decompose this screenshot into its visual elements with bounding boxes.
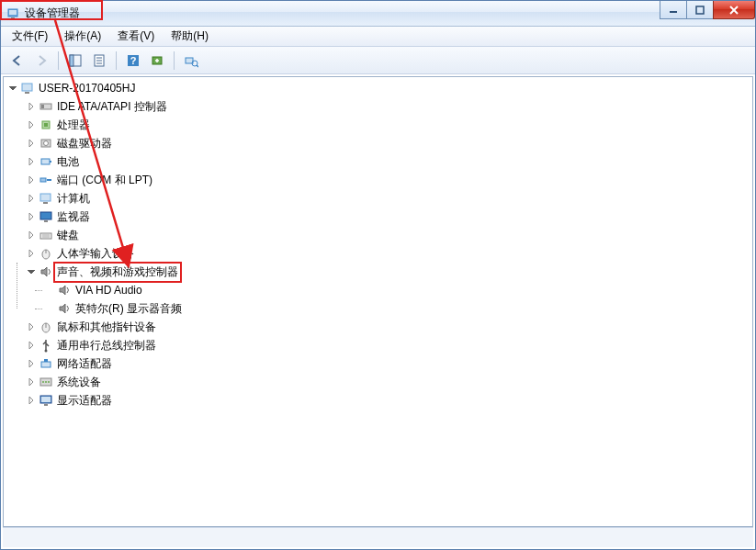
disk-icon (39, 136, 53, 151)
menu-file[interactable]: 文件(F) (5, 27, 55, 46)
mouse-icon (39, 320, 53, 334)
tree-item-label: 通用串行总线控制器 (55, 337, 158, 354)
keyboard-icon (39, 228, 53, 242)
collapse-icon[interactable] (26, 266, 37, 277)
sound-icon (57, 301, 72, 316)
tree-item[interactable]: 系统设备 (26, 373, 752, 391)
maximize-button[interactable] (686, 1, 714, 19)
tree-item[interactable]: 磁盘驱动器 (26, 134, 752, 152)
expand-icon[interactable] (26, 101, 37, 112)
device-tree: USER-20170405HJ IDE ATA/ATAPI 控制器处理器磁盘驱动… (4, 79, 752, 410)
tree-item-label: 磁盘驱动器 (55, 135, 114, 152)
status-bar (3, 527, 753, 547)
svg-rect-49 (41, 397, 51, 402)
close-button[interactable] (713, 1, 755, 19)
expand-icon[interactable] (26, 119, 37, 130)
tree-root-label: USER-20170405HJ (37, 81, 137, 95)
tree-root[interactable]: USER-20170405HJ (7, 79, 752, 97)
tree-item-label: 人体学输入设备 (55, 245, 136, 263)
collapse-icon[interactable] (7, 83, 18, 94)
tree-item[interactable]: 网络适配器 (26, 354, 752, 373)
help-button[interactable]: ? (122, 50, 144, 72)
usb-icon (39, 338, 53, 353)
tree-item-label: IDE ATA/ATAPI 控制器 (55, 98, 169, 116)
tree-item[interactable]: 计算机 (26, 189, 752, 208)
expand-icon[interactable] (26, 193, 37, 204)
title-bar: 设备管理器 (1, 1, 755, 27)
ide-icon (39, 99, 53, 114)
forward-button[interactable] (30, 50, 52, 72)
toolbar-separator (174, 51, 175, 70)
tree-item-label: 英特尔(R) 显示器音频 (73, 300, 184, 318)
expand-icon[interactable] (26, 321, 37, 332)
tree-item[interactable]: 英特尔(R) 显示器音频 (44, 299, 752, 318)
tree-item-label: VIA HD Audio (73, 283, 144, 297)
tree-item[interactable]: 端口 (COM 和 LPT) (26, 171, 752, 189)
tree-item-label: 显示适配器 (55, 392, 114, 410)
device-tree-panel: USER-20170405HJ IDE ATA/ATAPI 控制器处理器磁盘驱动… (3, 76, 753, 527)
tree-item[interactable]: 鼠标和其他指针设备 (26, 318, 752, 336)
network-icon (39, 356, 53, 371)
menu-bar: 文件(F) 操作(A) 查看(V) 帮助(H) (1, 27, 755, 47)
tree-item-label: 监视器 (55, 208, 92, 226)
tree-item-label: 端口 (COM 和 LPT) (55, 172, 154, 189)
tree-item-label: 计算机 (55, 190, 92, 208)
device-manager-window: 设备管理器 文件(F) 操作(A) 查看(V) 帮助(H) (0, 0, 756, 550)
tree-item[interactable]: 人体学输入设备 (26, 244, 752, 263)
tree-item[interactable]: IDE ATA/ATAPI 控制器 (26, 97, 752, 116)
app-icon (6, 6, 21, 21)
expand-icon[interactable] (26, 395, 37, 406)
svg-rect-31 (43, 202, 48, 204)
port-icon (39, 173, 53, 187)
menu-action[interactable]: 操作(A) (57, 27, 108, 46)
svg-rect-50 (44, 404, 48, 406)
tree-item[interactable]: 声音、视频和游戏控制器 (26, 263, 752, 281)
expand-icon[interactable] (26, 340, 37, 351)
properties-button[interactable] (88, 50, 110, 72)
tree-item[interactable]: 处理器 (26, 116, 752, 134)
menu-view[interactable]: 查看(V) (110, 27, 162, 46)
window-title: 设备管理器 (25, 6, 80, 21)
expand-icon[interactable] (26, 358, 37, 369)
svg-rect-28 (50, 161, 51, 163)
tree-item[interactable]: VIA HD Audio (44, 281, 752, 299)
battery-icon (39, 154, 53, 169)
expand-icon[interactable] (26, 156, 37, 167)
show-hide-console-button[interactable] (64, 50, 86, 72)
menu-help[interactable]: 帮助(H) (164, 27, 216, 46)
expand-icon[interactable] (26, 138, 37, 149)
svg-rect-34 (40, 233, 51, 239)
expand-icon[interactable] (26, 211, 37, 222)
tree-item[interactable]: 通用串行总线控制器 (26, 336, 752, 354)
sound-icon (39, 264, 53, 279)
svg-rect-2 (11, 17, 15, 19)
window-controls (660, 1, 755, 19)
svg-point-26 (44, 141, 49, 146)
show-hidden-devices-button[interactable] (180, 50, 202, 72)
computer-icon (20, 81, 35, 95)
tree-item[interactable]: 电池 (26, 152, 752, 171)
cpu-icon (39, 118, 53, 132)
toolbar: ? (1, 47, 755, 74)
expand-icon[interactable] (26, 230, 37, 241)
tree-item-label: 电池 (55, 153, 81, 171)
svg-line-18 (197, 65, 198, 67)
svg-rect-4 (696, 6, 704, 14)
minimize-button[interactable] (660, 1, 687, 19)
toolbar-separator (116, 51, 117, 70)
tree-item[interactable]: 显示适配器 (26, 391, 752, 410)
tree-item[interactable]: 键盘 (26, 226, 752, 244)
scan-hardware-button[interactable] (146, 50, 168, 72)
tree-item-label: 鼠标和其他指针设备 (55, 319, 158, 336)
svg-point-41 (45, 350, 48, 353)
tree-item[interactable]: 监视器 (26, 208, 752, 226)
tree-item-label: 系统设备 (55, 374, 103, 391)
content-area: USER-20170405HJ IDE ATA/ATAPI 控制器处理器磁盘驱动… (1, 74, 755, 549)
expand-icon[interactable] (26, 248, 37, 259)
expand-icon[interactable] (26, 174, 37, 185)
expand-icon[interactable] (26, 376, 37, 387)
back-button[interactable] (6, 50, 28, 72)
tree-item-label: 处理器 (55, 117, 92, 134)
display-icon (39, 393, 53, 408)
svg-rect-1 (9, 10, 17, 15)
